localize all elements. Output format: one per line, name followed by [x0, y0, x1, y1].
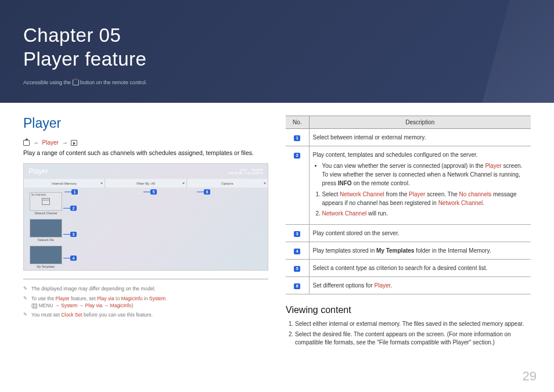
- step-item: Select either internal or external memor…: [295, 320, 531, 328]
- calendar-icon: [42, 198, 50, 205]
- row-badge: 2: [294, 153, 300, 159]
- callout-6: 6: [204, 189, 210, 195]
- toolbar-options: Options: [187, 179, 268, 188]
- tile-my-templates: My Templates: [30, 246, 62, 264]
- section-heading-player: Player: [23, 116, 268, 131]
- row-badge: 3: [294, 231, 300, 237]
- row-desc: Select between internal or external memo…: [309, 129, 531, 146]
- viewing-steps: Select either internal or external memor…: [286, 320, 531, 347]
- chapter-title: Chapter 05 Player feature: [23, 23, 531, 71]
- viewing-content-heading: Viewing content: [286, 305, 531, 315]
- home-icon: [73, 80, 79, 85]
- callout-5: 5: [150, 189, 157, 195]
- row-desc: Select a content type as criterion to se…: [309, 260, 531, 277]
- screenshot-body: No channels Network Channel Network File…: [24, 188, 268, 274]
- storage-stats: Used Available 199.33 MB 4.26 GB(95%): [228, 168, 263, 175]
- breadcrumb-player: Player: [42, 139, 59, 146]
- chapter-name: Player feature: [23, 48, 146, 70]
- table-row: 5 Select a content type as criterion to …: [286, 260, 531, 277]
- divider: [23, 279, 268, 279]
- table-row: 4 Play templates stored in My Templates …: [286, 242, 531, 260]
- callout-1: 1: [71, 189, 78, 195]
- callout-2: 2: [70, 206, 77, 211]
- screenshot-title: Player: [28, 167, 48, 175]
- page-content: Player → Player → Play a range of conten…: [0, 103, 554, 355]
- row-desc: Play content, templates and schedules co…: [309, 146, 531, 225]
- row-badge: 4: [294, 249, 300, 254]
- screenshot-toolbar: Internal Memory Filter By: All Options: [24, 179, 268, 188]
- table-row: 6 Set different options for Player.: [286, 277, 531, 294]
- screenshot-titlebar: Player Used Available 199.33 MB 4.26 GB(…: [24, 164, 268, 179]
- header-subtitle: Accessible using the button on the remot…: [23, 80, 531, 86]
- note-playvia: To use the Player feature, set Play via …: [23, 295, 268, 310]
- home-icon: [23, 140, 30, 146]
- row-desc: Play templates stored in My Templates fo…: [309, 242, 531, 260]
- step-item: Select the desired file. The content app…: [295, 330, 531, 347]
- row-desc: Play content stored on the server.: [309, 225, 531, 242]
- table-row: 3 Play content stored on the server.: [286, 225, 531, 242]
- menu-icon: ≡: [33, 304, 38, 308]
- description-table: No. Description 1 Select between interna…: [286, 116, 531, 294]
- note-clockset: You must set Clock Set before you can us…: [23, 311, 268, 318]
- th-no: No.: [286, 116, 309, 129]
- row-desc: Set different options for Player.: [309, 277, 531, 294]
- th-desc: Description: [309, 116, 531, 129]
- toolbar-filter: Filter By: All: [105, 179, 186, 188]
- page-header: Chapter 05 Player feature Accessible usi…: [0, 0, 554, 103]
- row-badge: 6: [294, 283, 300, 289]
- chapter-number: Chapter 05: [23, 24, 121, 46]
- callout-4: 4: [70, 256, 77, 261]
- table-row: 1 Select between internal or external me…: [286, 129, 531, 146]
- note-image-differ: The displayed image may differ depending…: [23, 285, 268, 292]
- right-column: No. Description 1 Select between interna…: [286, 116, 531, 349]
- enter-icon: [71, 140, 77, 146]
- breadcrumb: → Player →: [23, 139, 268, 146]
- tile-network-channel: No channels Network Channel: [30, 192, 62, 211]
- left-column: Player → Player → Play a range of conten…: [23, 116, 268, 349]
- tile-network-file: Network File: [30, 219, 62, 238]
- row-badge: 1: [294, 135, 300, 141]
- player-screenshot: Player Used Available 199.33 MB 4.26 GB(…: [23, 163, 268, 271]
- toolbar-internal-memory: Internal Memory: [24, 179, 105, 188]
- table-row: 2 Play content, templates and schedules …: [286, 146, 531, 225]
- intro-text: Play a range of content such as channels…: [23, 149, 268, 156]
- row-badge: 5: [294, 266, 300, 272]
- callout-3: 3: [70, 232, 77, 237]
